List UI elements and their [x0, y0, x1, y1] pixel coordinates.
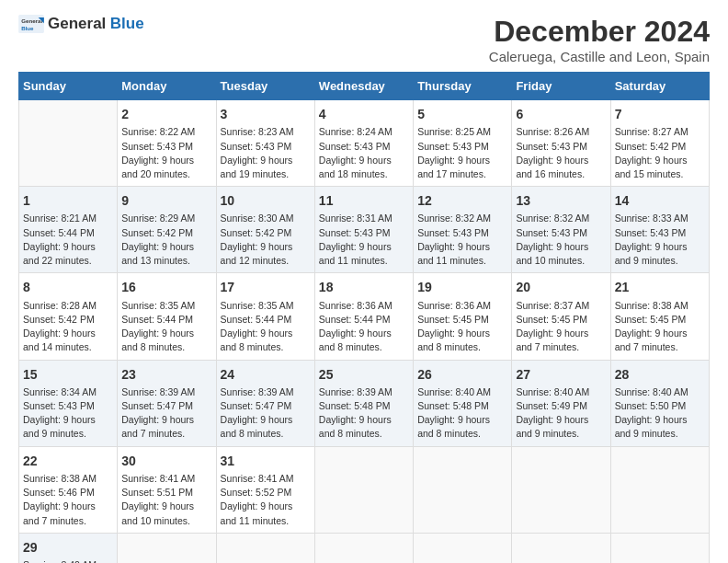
day-number: 11 [319, 191, 409, 210]
calendar-day-cell [414, 533, 512, 563]
sunrise-text: Sunrise: 8:34 AM [23, 386, 97, 397]
calendar-day-cell [19, 100, 118, 187]
daylight-text: Daylight: 9 hours and 18 minutes. [319, 155, 392, 179]
sunset-text: Sunset: 5:43 PM [319, 227, 391, 238]
sunrise-text: Sunrise: 8:36 AM [417, 300, 491, 311]
sunset-text: Sunset: 5:50 PM [615, 400, 687, 411]
daylight-text: Daylight: 9 hours and 15 minutes. [615, 155, 688, 179]
sunrise-text: Sunrise: 8:41 AM [221, 473, 294, 484]
daylight-text: Daylight: 9 hours and 8 minutes. [221, 327, 293, 352]
daylight-text: Daylight: 9 hours and 7 minutes. [516, 327, 588, 352]
sunrise-text: Sunrise: 8:36 AM [319, 300, 392, 311]
day-number: 15 [23, 365, 113, 384]
calendar-day-cell [414, 446, 512, 533]
calendar-header-cell: Friday [512, 73, 610, 100]
calendar-table: SundayMondayTuesdayWednesdayThursdayFrid… [18, 72, 710, 563]
daylight-text: Daylight: 9 hours and 9 minutes. [615, 414, 688, 439]
daylight-text: Daylight: 9 hours and 20 minutes. [121, 155, 194, 179]
daylight-text: Daylight: 9 hours and 12 minutes. [221, 241, 293, 266]
day-number: 23 [121, 365, 211, 384]
sunset-text: Sunset: 5:42 PM [121, 227, 193, 238]
day-number: 24 [221, 365, 311, 384]
sunrise-text: Sunrise: 8:39 AM [121, 386, 195, 397]
header: General Blue General Blue December 2024 … [18, 15, 710, 64]
calendar-day-cell [610, 446, 709, 533]
calendar-day-cell: 30Sunrise: 8:41 AMSunset: 5:51 PMDayligh… [118, 446, 216, 533]
daylight-text: Daylight: 9 hours and 16 minutes. [516, 155, 588, 179]
day-number: 16 [121, 278, 211, 296]
sunset-text: Sunset: 5:44 PM [319, 314, 391, 325]
calendar-day-cell [512, 533, 610, 563]
sunrise-text: Sunrise: 8:40 AM [615, 386, 688, 397]
logo-blue: Blue [110, 15, 144, 32]
day-number: 14 [615, 191, 705, 210]
day-number: 1 [23, 191, 113, 210]
sunset-text: Sunset: 5:43 PM [23, 400, 95, 411]
sunrise-text: Sunrise: 8:29 AM [121, 213, 195, 224]
daylight-text: Daylight: 9 hours and 9 minutes. [516, 414, 588, 439]
daylight-text: Daylight: 9 hours and 8 minutes. [319, 327, 392, 352]
calendar-day-cell [314, 446, 413, 533]
calendar-day-cell: 9Sunrise: 8:29 AMSunset: 5:42 PMDaylight… [118, 187, 216, 273]
sunset-text: Sunset: 5:43 PM [615, 227, 687, 238]
calendar-day-cell: 22Sunrise: 8:38 AMSunset: 5:46 PMDayligh… [19, 446, 118, 533]
calendar-day-cell: 2Sunrise: 8:22 AMSunset: 5:43 PMDaylight… [118, 100, 216, 187]
sunrise-text: Sunrise: 8:22 AM [121, 126, 195, 137]
day-number: 5 [417, 105, 507, 123]
daylight-text: Daylight: 9 hours and 9 minutes. [615, 241, 688, 266]
daylight-text: Daylight: 9 hours and 8 minutes. [319, 414, 392, 439]
daylight-text: Daylight: 9 hours and 7 minutes. [23, 500, 96, 525]
calendar-day-cell: 17Sunrise: 8:35 AMSunset: 5:44 PMDayligh… [216, 273, 314, 360]
sunset-text: Sunset: 5:43 PM [319, 141, 391, 152]
calendar-day-cell [314, 533, 413, 563]
sunset-text: Sunset: 5:45 PM [615, 314, 687, 325]
calendar-day-cell: 18Sunrise: 8:36 AMSunset: 5:44 PMDayligh… [314, 273, 413, 360]
logo: General Blue General Blue [18, 15, 144, 33]
sunrise-text: Sunrise: 8:37 AM [516, 300, 589, 311]
sunset-text: Sunset: 5:44 PM [23, 227, 95, 238]
calendar-day-cell [216, 533, 314, 563]
day-number: 19 [417, 278, 507, 296]
day-number: 9 [121, 191, 211, 210]
daylight-text: Daylight: 9 hours and 17 minutes. [417, 155, 490, 179]
day-number: 4 [319, 105, 409, 123]
sunrise-text: Sunrise: 8:27 AM [615, 126, 688, 137]
calendar-body: 2Sunrise: 8:22 AMSunset: 5:43 PMDaylight… [19, 100, 710, 564]
calendar-day-cell [610, 533, 709, 563]
daylight-text: Daylight: 9 hours and 11 minutes. [221, 500, 293, 525]
sunrise-text: Sunrise: 8:30 AM [221, 213, 294, 224]
sunset-text: Sunset: 5:43 PM [516, 227, 587, 238]
day-number: 29 [23, 538, 113, 557]
calendar-week-row: 2Sunrise: 8:22 AMSunset: 5:43 PMDaylight… [19, 100, 710, 187]
calendar-day-cell: 27Sunrise: 8:40 AMSunset: 5:49 PMDayligh… [512, 360, 610, 446]
sunset-text: Sunset: 5:43 PM [516, 141, 587, 152]
calendar-day-cell: 8Sunrise: 8:28 AMSunset: 5:42 PMDaylight… [19, 273, 118, 360]
calendar-day-cell: 24Sunrise: 8:39 AMSunset: 5:47 PMDayligh… [216, 360, 314, 446]
day-number: 20 [516, 278, 606, 296]
daylight-text: Daylight: 9 hours and 11 minutes. [319, 241, 392, 266]
sunrise-text: Sunrise: 8:32 AM [417, 213, 491, 224]
calendar-day-cell: 14Sunrise: 8:33 AMSunset: 5:43 PMDayligh… [610, 187, 709, 273]
sunrise-text: Sunrise: 8:40 AM [417, 386, 491, 397]
sunrise-text: Sunrise: 8:28 AM [23, 300, 97, 311]
calendar-day-cell: 21Sunrise: 8:38 AMSunset: 5:45 PMDayligh… [610, 273, 709, 360]
day-number: 6 [516, 105, 606, 123]
sunset-text: Sunset: 5:42 PM [23, 314, 95, 325]
day-number: 28 [615, 365, 705, 384]
calendar-week-row: 29Sunrise: 8:40 AMSunset: 5:50 PMDayligh… [19, 533, 710, 563]
calendar-header-cell: Saturday [610, 73, 709, 100]
sunrise-text: Sunrise: 8:24 AM [319, 126, 392, 137]
sunset-text: Sunset: 5:52 PM [221, 487, 292, 498]
calendar-day-cell: 19Sunrise: 8:36 AMSunset: 5:45 PMDayligh… [414, 273, 512, 360]
daylight-text: Daylight: 9 hours and 7 minutes. [121, 414, 194, 439]
calendar-day-cell: 16Sunrise: 8:35 AMSunset: 5:44 PMDayligh… [118, 273, 216, 360]
sunset-text: Sunset: 5:47 PM [221, 400, 292, 411]
calendar-header-cell: Tuesday [216, 73, 314, 100]
day-number: 2 [121, 105, 211, 123]
calendar-header-row: SundayMondayTuesdayWednesdayThursdayFrid… [19, 73, 710, 100]
daylight-text: Daylight: 9 hours and 13 minutes. [121, 241, 194, 266]
calendar-week-row: 1Sunrise: 8:21 AMSunset: 5:44 PMDaylight… [19, 187, 710, 273]
sunset-text: Sunset: 5:48 PM [319, 400, 391, 411]
day-number: 27 [516, 365, 606, 384]
day-number: 26 [417, 365, 507, 384]
